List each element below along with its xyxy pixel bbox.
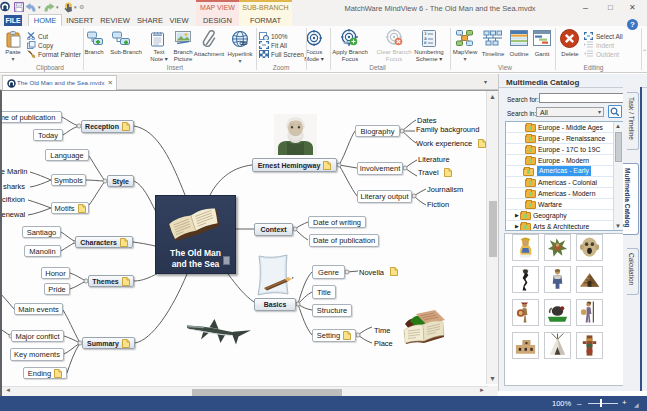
svg-text:a: a (424, 36, 427, 41)
